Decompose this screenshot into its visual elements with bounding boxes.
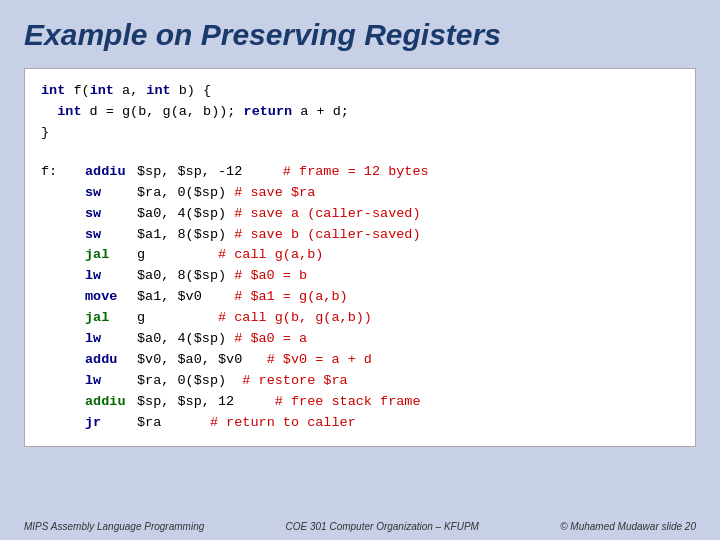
table-row: sw $ra, 0($sp) # save $ra (41, 183, 679, 204)
code-area: int f(int a, int b) { int d = g(b, g(a, … (24, 68, 696, 447)
footer-center: COE 301 Computer Organization – KFUPM (286, 521, 479, 532)
table-row: sw $a0, 4($sp) # save a (caller-saved) (41, 204, 679, 225)
code-intro: int f(int a, int b) { int d = g(b, g(a, … (41, 81, 679, 144)
table-row: jr $ra # return to caller (41, 413, 679, 434)
table-row: lw $a0, 4($sp) # $a0 = a (41, 329, 679, 350)
slide: Example on Preserving Registers int f(in… (0, 0, 720, 540)
table-row: addu $v0, $a0, $v0 # $v0 = a + d (41, 350, 679, 371)
table-row: lw $a0, 8($sp) # $a0 = b (41, 266, 679, 287)
table-row: jal g # call g(b, g(a,b)) (41, 308, 679, 329)
table-row: f: addiu $sp, $sp, -12 # frame = 12 byte… (41, 162, 679, 183)
code-table: f: addiu $sp, $sp, -12 # frame = 12 byte… (41, 162, 679, 434)
footer: MIPS Assembly Language Programming COE 3… (0, 521, 720, 532)
table-row: addiu $sp, $sp, 12 # free stack frame (41, 392, 679, 413)
table-row: move $a1, $v0 # $a1 = g(a,b) (41, 287, 679, 308)
footer-right: © Muhamed Mudawar slide 20 (560, 521, 696, 532)
slide-title: Example on Preserving Registers (24, 18, 696, 52)
footer-left: MIPS Assembly Language Programming (24, 521, 204, 532)
table-row: jal g # call g(a,b) (41, 245, 679, 266)
table-row: sw $a1, 8($sp) # save b (caller-saved) (41, 225, 679, 246)
table-row: lw $ra, 0($sp) # restore $ra (41, 371, 679, 392)
